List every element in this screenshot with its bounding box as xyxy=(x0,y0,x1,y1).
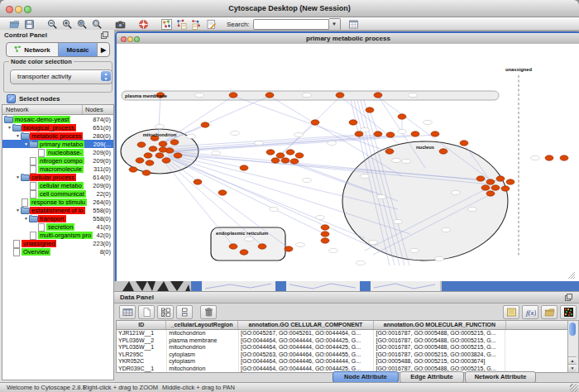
cell: [GO:0016787, GO:0005488, GO:0005215, G..… xyxy=(374,330,505,337)
network-graph[interactable]: plasma membranemitochondrionnucleusendop… xyxy=(117,44,577,280)
attribute-matrix-icon[interactable] xyxy=(560,305,577,319)
svg-text:nucleus: nucleus xyxy=(416,145,434,150)
expander-icon[interactable]: ▼ xyxy=(23,216,29,221)
tree-row-nucleobase-[interactable]: nucleobase-209(0) xyxy=(2,148,113,156)
cell xyxy=(505,358,568,366)
search-dropdown-arrow-icon[interactable]: ▼ xyxy=(329,18,341,31)
table-scrollbar-thumb[interactable] xyxy=(569,323,576,336)
network-close-button[interactable] xyxy=(121,36,127,42)
cell xyxy=(505,344,568,351)
table-icon[interactable] xyxy=(119,305,136,319)
tree-row-metabolic-process[interactable]: ▼metabolic process280(0) xyxy=(2,131,113,140)
column-header-3[interactable]: annotation.GO CELLULAR_COMPONENT xyxy=(238,321,374,329)
svg-text:endoplasmic reticulum: endoplasmic reticulum xyxy=(216,231,268,236)
tree-row-count: 209(... xyxy=(93,141,111,148)
node-color-dropdown[interactable]: transporter activity ▲▼ xyxy=(10,69,112,84)
expander-icon[interactable]: ▼ xyxy=(15,208,21,213)
select-nodes-row: ✓ Select nodes xyxy=(7,94,60,103)
annotation-icon[interactable] xyxy=(205,18,218,30)
tree-row-macromolecule[interactable]: macromolecule311(0) xyxy=(2,165,113,173)
table-row-ypl036w__1[interactable]: YPL036W__1mitochondrion[GO:0044464, GO:0… xyxy=(117,344,568,351)
function-builder-icon[interactable]: f(x) xyxy=(522,305,538,319)
dropdown-stepper-icon: ▲▼ xyxy=(101,71,111,81)
minimize-button[interactable] xyxy=(15,6,22,13)
column-header-4[interactable]: annotation.GO MOLECULAR_FUNCTION xyxy=(374,321,506,329)
resize-grip[interactable] xyxy=(570,384,578,392)
expander-icon[interactable]: ▼ xyxy=(23,141,29,146)
import-attributes-icon[interactable] xyxy=(541,305,557,319)
new-document-icon[interactable] xyxy=(138,305,155,319)
tree-row-label: cell communicat xyxy=(38,190,86,198)
column-header-2[interactable]: _cellularLayoutRegion xyxy=(166,321,237,329)
table-row-ypl036w__2[interactable]: YPL036W__2plasma membrane[GO:0044464, GO… xyxy=(117,337,568,345)
save-icon[interactable] xyxy=(23,18,36,30)
zoom-out-icon[interactable] xyxy=(46,18,59,30)
cell: [GO:0016787, GO:0005488, GO:0005215, G..… xyxy=(374,344,505,351)
tree-row-multi-organism-pro[interactable]: multi-organism pro42(0) xyxy=(2,231,113,239)
attribute-table-icon[interactable] xyxy=(347,18,360,30)
cell: [GO:0045263, GO:0044464, GO:0044455, G..… xyxy=(239,351,374,359)
table-row-yjr121w__1[interactable]: YJR121W__1mitochondrion[GO:0045267, GO:0… xyxy=(117,330,568,337)
tree-row-cell-communicat[interactable]: cell communicat22(0) xyxy=(2,189,113,198)
tree-row-response-to-stimulu[interactable]: response to stimulu264(0) xyxy=(2,198,113,206)
tree-row-cellular-metabo[interactable]: cellular metabo209(0) xyxy=(2,181,113,189)
edit-network-1-icon[interactable] xyxy=(175,18,188,30)
zoom-button[interactable] xyxy=(24,6,31,13)
cell: plasma membrane xyxy=(167,337,239,345)
data-panel-float-icon[interactable] xyxy=(565,294,572,301)
network-zoom-button[interactable] xyxy=(134,36,140,42)
expander-icon[interactable]: ▼ xyxy=(7,125,12,130)
table-row-ylr295c[interactable]: YLR295Ccytoplasm[GO:0045263, GO:0044464,… xyxy=(117,351,568,359)
column-header-1[interactable]: ID xyxy=(117,321,166,329)
tab-mosaic[interactable]: Mosaic xyxy=(59,43,98,56)
tree-row-overview[interactable]: Overview8(0) xyxy=(2,247,113,256)
select-attributes-icon[interactable] xyxy=(157,305,174,319)
table-row-ykr052c[interactable]: YKR052Ccytoplasm[GO:0044464, GO:0044446,… xyxy=(117,358,568,366)
table-scrollbar[interactable]: ▲ ▼ xyxy=(567,320,579,373)
open-file-icon[interactable] xyxy=(8,18,21,30)
tree-row-mosaic-demo-yeast[interactable]: mosaic-demo-yeast874(0) xyxy=(2,115,113,123)
zoom-fit-icon[interactable] xyxy=(91,18,103,30)
search-input[interactable] xyxy=(253,19,329,30)
close-button[interactable] xyxy=(6,6,13,13)
snapshot-icon[interactable] xyxy=(114,18,127,30)
zoom-in-icon[interactable] xyxy=(61,18,74,30)
tab-network[interactable]: Network xyxy=(7,43,59,56)
tree-row-establishment-of-lo[interactable]: ▼establishment of lo558(0) xyxy=(2,206,113,214)
window-titlebar[interactable]: Cytoscape Desktop (New Session) xyxy=(0,0,579,17)
tree-row-cellular-process[interactable]: ▼cellular process614(0) xyxy=(2,173,113,181)
edit-network-2-icon[interactable] xyxy=(190,18,203,30)
column-visibility-icon[interactable] xyxy=(176,305,193,319)
float-panel-icon[interactable] xyxy=(101,31,108,39)
column-header-filler xyxy=(506,321,568,329)
attribute-table[interactable]: ID_cellularLayoutRegionannotation.GO CEL… xyxy=(116,320,569,373)
network-canvas[interactable]: plasma membranemitochondrionnucleusendop… xyxy=(117,44,579,283)
tree-row-biological-process[interactable]: ▼biological_process651(0) xyxy=(2,123,113,131)
tree-row-count: 280(0) xyxy=(93,132,111,140)
status-text-2: Right-click + drag to ZOOM xyxy=(83,384,158,391)
attribute-editor-icon[interactable] xyxy=(503,305,519,319)
tree-row-nitrogen-compo[interactable]: nitrogen compo209(0) xyxy=(2,156,113,165)
network-minimize-button[interactable] xyxy=(127,36,133,42)
network-view-window[interactable]: primary metabolic process plasma membran… xyxy=(115,31,579,284)
data-panel: Data Panel f(x) ID_cellularLayoutRegiona… xyxy=(114,291,579,383)
expander-icon[interactable]: ▼ xyxy=(15,133,21,138)
tab-edge-attribute-browser[interactable]: Edge Attribute Browser xyxy=(400,371,464,383)
attribute-table-header[interactable]: ID_cellularLayoutRegionannotation.GO CEL… xyxy=(117,321,568,330)
help-icon[interactable] xyxy=(137,18,150,30)
network-view-titlebar[interactable]: primary metabolic process xyxy=(117,33,579,45)
folder-icon xyxy=(4,116,12,122)
tab-network-attribute-browser[interactable]: Network Attribute Browser xyxy=(465,371,536,383)
select-nodes-checkbox[interactable]: ✓ xyxy=(7,94,16,103)
network-overview-icon[interactable] xyxy=(160,18,173,30)
tab-node-attribute-browser[interactable]: Node Attribute Browser xyxy=(333,371,399,383)
expander-icon[interactable]: ▼ xyxy=(15,174,21,179)
tree-row-secretion[interactable]: secretion41(0) xyxy=(2,222,113,231)
tree-row-transport[interactable]: ▼transport558(0) xyxy=(2,214,113,222)
tree-row-unassigned[interactable]: unassigned223(0) xyxy=(2,239,113,247)
zoom-selected-icon[interactable] xyxy=(76,18,89,30)
tab-[interactable]: ▶ xyxy=(98,43,110,56)
delete-icon[interactable] xyxy=(200,305,217,319)
folder-icon xyxy=(29,141,37,147)
tree-row-primary-metabo[interactable]: ▼primary metabo209(... xyxy=(2,140,113,148)
